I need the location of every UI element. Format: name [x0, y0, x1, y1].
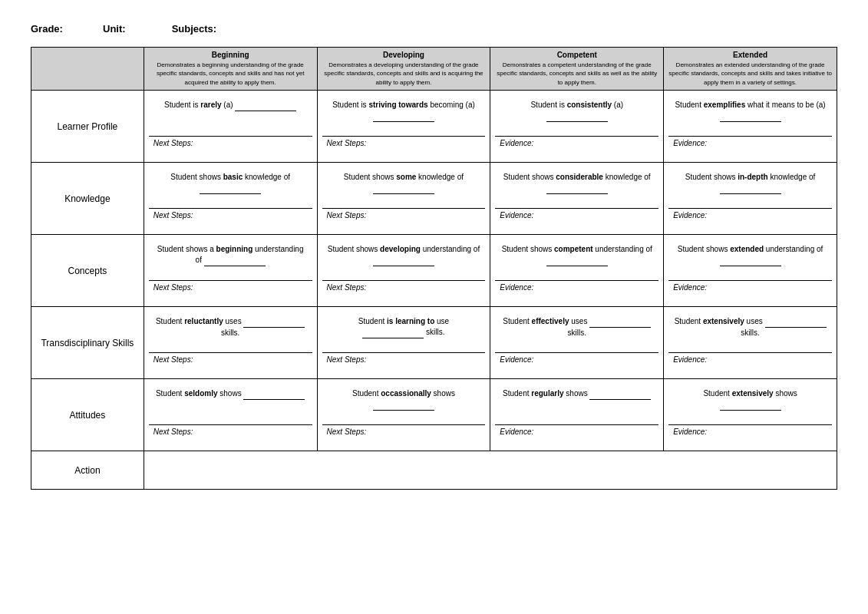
- rubric-table: Beginning Demonstrates a beginning under…: [31, 47, 837, 490]
- col-desc-competent: Demonstrates a competent understanding o…: [497, 61, 657, 86]
- row-label-attitudes: Attitudes: [31, 379, 144, 451]
- cell-conc-competent: Student shows competent understanding of…: [490, 235, 664, 307]
- col-title-competent: Competent: [495, 51, 658, 59]
- table-row: Knowledge Student shows basic knowledge …: [31, 163, 837, 235]
- cell-conc-developing: Student shows developing understanding o…: [317, 235, 490, 307]
- cell-lp-extended: Student exemplifies what it means to be …: [664, 91, 837, 163]
- cell-lp-competent: Student is consistently (a) Evidence:: [490, 91, 664, 163]
- col-header-developing: Developing Demonstrates a developing und…: [317, 48, 490, 91]
- row-label-knowledge: Knowledge: [31, 163, 144, 235]
- row-label-concepts: Concepts: [31, 235, 144, 307]
- col-header-extended: Extended Demonstrates an extended unders…: [664, 48, 837, 91]
- table-row: Transdisciplinary Skills Student relucta…: [31, 307, 837, 379]
- table-row: Learner Profile Student is rarely (a) Ne…: [31, 91, 837, 163]
- page-header: Grade: Unit: Subjects:: [31, 23, 837, 35]
- col-header-competent: Competent Demonstrates a competent under…: [490, 48, 664, 91]
- unit-label: Unit:: [103, 23, 126, 35]
- cell-trans-competent: Student effectively uses skills. Evidenc…: [490, 307, 664, 379]
- cell-trans-beginning: Student reluctantly uses skills. Next St…: [144, 307, 317, 379]
- col-title-extended: Extended: [668, 51, 832, 59]
- subjects-label: Subjects:: [172, 23, 217, 35]
- cell-know-extended: Student shows in-depth knowledge of Evid…: [664, 163, 837, 235]
- row-label-learner-profile: Learner Profile: [31, 91, 144, 163]
- table-row: Attitudes Student seldomly shows Next St…: [31, 379, 837, 451]
- table-row: Action: [31, 451, 837, 490]
- cell-att-extended: Student extensively shows Evidence:: [664, 379, 837, 451]
- cell-know-developing: Student shows some knowledge of Next Ste…: [317, 163, 490, 235]
- grade-label: Grade:: [31, 23, 63, 35]
- col-desc-developing: Demonstrates a developing understanding …: [324, 61, 483, 86]
- col-title-beginning: Beginning: [149, 51, 312, 59]
- col-title-developing: Developing: [322, 51, 486, 59]
- cell-lp-beginning: Student is rarely (a) Next Steps:: [144, 91, 317, 163]
- cell-trans-extended: Student extensively uses skills. Evidenc…: [664, 307, 837, 379]
- cell-lp-developing: Student is striving towards becoming (a)…: [317, 91, 490, 163]
- cell-att-competent: Student regularly shows Evidence:: [490, 379, 664, 451]
- cell-know-competent: Student shows considerable knowledge of …: [490, 163, 664, 235]
- cell-conc-beginning: Student shows a beginning understanding …: [144, 235, 317, 307]
- col-desc-extended: Demonstrates an extended understanding o…: [668, 61, 832, 86]
- row-label-action: Action: [31, 451, 144, 490]
- table-row: Concepts Student shows a beginning under…: [31, 235, 837, 307]
- action-content: [144, 451, 837, 490]
- cell-conc-extended: Student shows extended understanding of …: [664, 235, 837, 307]
- col-header-beginning: Beginning Demonstrates a beginning under…: [144, 48, 317, 91]
- cell-know-beginning: Student shows basic knowledge of Next St…: [144, 163, 317, 235]
- col-desc-beginning: Demonstrates a beginning understanding o…: [157, 61, 305, 86]
- row-label-transdisciplinary: Transdisciplinary Skills: [31, 307, 144, 379]
- cell-trans-developing: Student is learning to use skills. Next …: [317, 307, 490, 379]
- empty-header: [31, 48, 144, 91]
- cell-att-beginning: Student seldomly shows Next Steps:: [144, 379, 317, 451]
- cell-att-developing: Student occassionally shows Next Steps:: [317, 379, 490, 451]
- grade-value: [69, 23, 97, 35]
